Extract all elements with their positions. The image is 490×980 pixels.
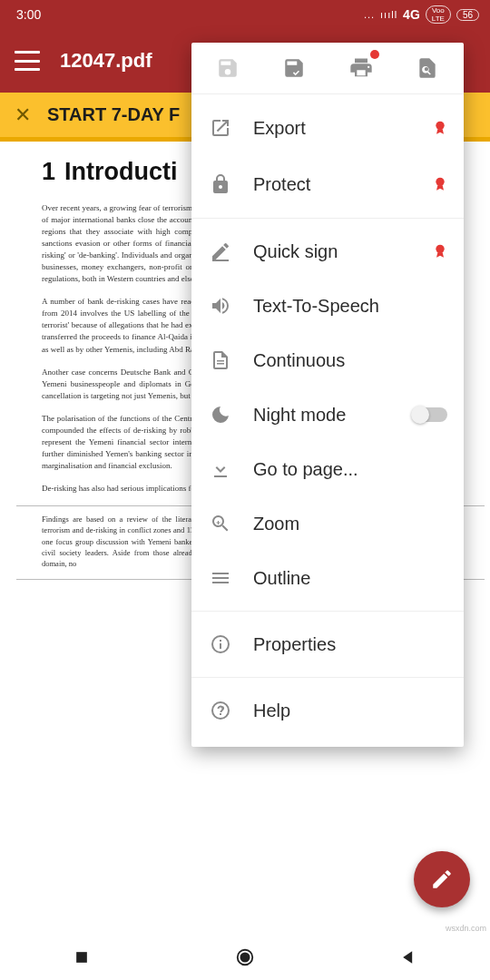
status-bar: 3:00 ... ıııll 4G VooLTE 56 <box>0 0 490 29</box>
print-badge-dot <box>370 50 379 59</box>
menu-zoom[interactable]: Zoom <box>191 496 464 551</box>
svg-rect-2 <box>212 260 229 261</box>
speaker-icon <box>210 295 253 317</box>
menu-export[interactable]: Export <box>191 100 464 156</box>
close-banner-icon[interactable]: ✕ <box>15 103 31 127</box>
info-icon <box>210 633 253 655</box>
banner-text: START 7-DAY F <box>47 104 180 125</box>
svg-point-1 <box>436 178 444 186</box>
volte-badge: VooLTE <box>426 5 451 24</box>
svg-rect-6 <box>212 573 229 574</box>
print-icon[interactable] <box>334 55 388 81</box>
menu-protect[interactable]: Protect <box>191 156 464 212</box>
svg-rect-5 <box>217 363 224 365</box>
help-icon <box>210 700 253 721</box>
system-nav-bar <box>0 935 490 980</box>
save-icon <box>201 56 255 80</box>
svg-rect-4 <box>217 360 224 362</box>
premium-badge-icon <box>433 242 447 260</box>
menu-properties[interactable]: Properties <box>191 617 464 671</box>
premium-badge-icon <box>433 119 447 137</box>
nav-home-button[interactable] <box>235 947 255 967</box>
list-icon <box>210 567 253 589</box>
document-title: 12047.pdf <box>60 49 152 73</box>
export-icon <box>210 117 253 139</box>
overflow-menu: Export Protect Quick sign Text-To-Speech… <box>191 43 464 747</box>
attribution: wsxdn.com <box>446 924 486 933</box>
menu-quick-sign[interactable]: Quick sign <box>191 224 464 279</box>
page-icon <box>210 349 253 371</box>
signal-icon: ıııll <box>380 9 397 20</box>
find-in-page-icon[interactable] <box>400 56 455 80</box>
menu-goto-page[interactable]: Go to page... <box>191 442 464 496</box>
pencil-icon <box>430 867 454 891</box>
svg-point-11 <box>240 953 249 961</box>
lock-icon <box>210 173 253 195</box>
svg-point-0 <box>436 122 444 130</box>
menu-continuous[interactable]: Continuous <box>191 333 464 387</box>
svg-rect-8 <box>212 582 229 583</box>
zoom-icon <box>210 513 253 534</box>
menu-tts[interactable]: Text-To-Speech <box>191 279 464 333</box>
status-dots: ... <box>364 9 375 20</box>
network-label: 4G <box>403 7 420 22</box>
save-as-icon[interactable] <box>267 56 321 80</box>
edit-fab[interactable] <box>414 851 470 907</box>
premium-badge-icon <box>433 175 447 193</box>
svg-point-3 <box>436 245 444 253</box>
nav-back-button[interactable] <box>399 948 417 966</box>
status-time: 3:00 <box>16 7 41 22</box>
nav-recent-button[interactable] <box>73 948 91 966</box>
battery-badge: 56 <box>456 9 479 21</box>
svg-rect-7 <box>212 577 229 579</box>
menu-help[interactable]: Help <box>191 683 464 738</box>
svg-rect-9 <box>76 952 87 963</box>
moon-icon <box>210 404 253 426</box>
sign-icon <box>210 240 253 262</box>
menu-outline[interactable]: Outline <box>191 551 464 605</box>
download-icon <box>210 458 253 480</box>
night-mode-toggle[interactable] <box>413 407 447 422</box>
hamburger-menu-button[interactable] <box>15 51 40 71</box>
menu-night-mode[interactable]: Night mode <box>191 387 464 442</box>
